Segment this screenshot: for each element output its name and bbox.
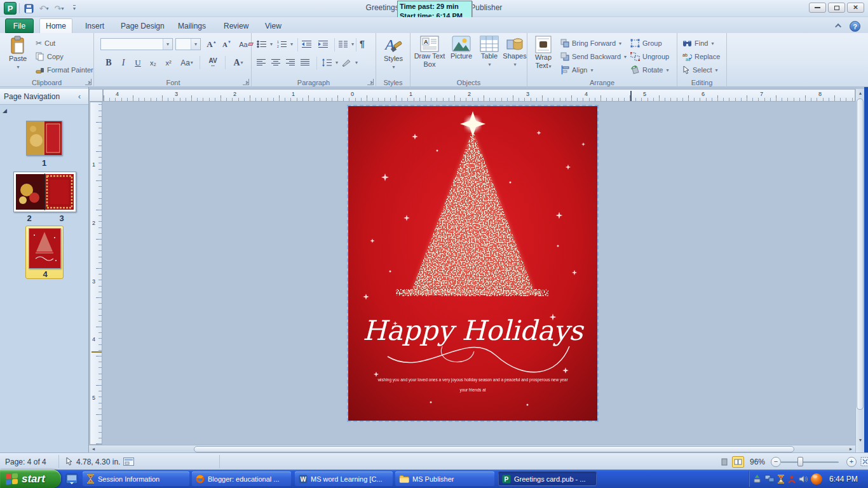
alert-agent-icon[interactable] bbox=[787, 475, 796, 484]
zoom-level[interactable]: 96% bbox=[750, 458, 765, 466]
replace-button[interactable]: abac Replace bbox=[682, 51, 720, 62]
vertical-scroll-thumb[interactable] bbox=[857, 98, 864, 410]
send-backward-button[interactable]: Send Backward▾ bbox=[560, 51, 627, 62]
tab-file[interactable]: File bbox=[5, 18, 34, 33]
group-button[interactable]: Group bbox=[630, 37, 662, 49]
restore-button[interactable] bbox=[828, 3, 845, 13]
tab-review[interactable]: Review bbox=[216, 18, 256, 33]
superscript-button[interactable]: x² bbox=[161, 56, 175, 69]
page-1-thumbnail[interactable] bbox=[26, 121, 62, 156]
shapes-button[interactable]: Shapes ▾ bbox=[503, 36, 526, 69]
network-icon[interactable] bbox=[764, 475, 775, 484]
paragraph-dialog-launcher-icon[interactable] bbox=[367, 79, 374, 85]
tray-hourglass-icon[interactable] bbox=[777, 475, 785, 484]
collapse-panel-icon[interactable]: ‹ bbox=[74, 92, 85, 102]
scroll-down-icon[interactable]: ▼ bbox=[856, 436, 865, 444]
line-spacing-button[interactable]: ▾ bbox=[322, 57, 338, 68]
horizontal-ruler[interactable]: 4 3 2 1 0 1 2 3 4 5 6 7 8 bbox=[103, 89, 855, 102]
show-formatting-button[interactable]: ¶ bbox=[360, 38, 365, 50]
safely-remove-icon[interactable] bbox=[752, 474, 762, 484]
page-4-thumbnail-selected[interactable]: 4 bbox=[25, 226, 64, 279]
find-button[interactable]: Find▾ bbox=[682, 37, 714, 49]
increase-indent-button[interactable] bbox=[318, 38, 329, 50]
single-page-view-button[interactable] bbox=[718, 456, 730, 468]
card-message-text[interactable]: wishing you and your loved ones a very j… bbox=[377, 377, 568, 383]
font-dialog-launcher-icon[interactable] bbox=[243, 79, 249, 85]
change-case-button[interactable]: Aa▾ bbox=[178, 56, 196, 69]
help-icon[interactable]: ? bbox=[850, 21, 860, 32]
character-spacing-button[interactable]: AV ↔ bbox=[203, 56, 222, 69]
paste-button[interactable]: Paste ▾ bbox=[4, 36, 32, 71]
align-right-button[interactable] bbox=[286, 57, 295, 68]
draw-text-box-button[interactable]: A Draw Text Box bbox=[413, 36, 446, 69]
table-button[interactable]: Table ▾ bbox=[477, 36, 502, 69]
start-button[interactable]: start bbox=[0, 470, 61, 488]
italic-button[interactable]: I bbox=[116, 56, 130, 69]
close-button[interactable]: ✕ bbox=[847, 3, 864, 13]
clipboard-dialog-launcher-icon[interactable] bbox=[85, 79, 92, 85]
rotate-button[interactable]: Rotate▾ bbox=[630, 64, 668, 76]
scroll-up-icon[interactable]: ▲ bbox=[856, 89, 865, 97]
format-painter-button[interactable]: Format Painter bbox=[36, 64, 93, 76]
horizontal-scroll-thumb[interactable] bbox=[194, 446, 794, 452]
font-color-button[interactable]: A▾ bbox=[230, 56, 247, 69]
scroll-left-icon[interactable]: ◄ bbox=[89, 445, 98, 453]
page-2-3-thumbnail[interactable] bbox=[13, 172, 76, 212]
collapse-ribbon-icon[interactable] bbox=[834, 21, 844, 30]
tab-home[interactable]: Home bbox=[39, 18, 72, 33]
picture-button[interactable]: Picture bbox=[447, 36, 475, 60]
underline-button[interactable]: U bbox=[131, 56, 145, 69]
volume-icon[interactable] bbox=[799, 475, 808, 484]
zoom-out-button[interactable]: − bbox=[771, 457, 781, 467]
font-size-dropdown-icon[interactable]: ▾ bbox=[191, 39, 200, 50]
font-size-combo[interactable]: ▾ bbox=[175, 38, 201, 50]
quick-launch-icon[interactable] bbox=[65, 472, 79, 485]
zoom-slider-track[interactable] bbox=[780, 461, 839, 463]
scroll-right-icon[interactable]: ► bbox=[846, 445, 855, 453]
decrease-indent-button[interactable] bbox=[301, 38, 312, 50]
two-page-spread-view-button[interactable] bbox=[732, 456, 744, 468]
vertical-ruler[interactable]: 1 2 3 4 5 bbox=[90, 102, 102, 445]
styles-button[interactable]: A Styles ▾ bbox=[379, 36, 407, 71]
taskbar-button-blogger[interactable]: Blogger: educational ... bbox=[192, 471, 291, 486]
taskbar-button-session[interactable]: Session Information bbox=[83, 471, 189, 486]
bring-forward-button[interactable]: Bring Forward▾ bbox=[560, 37, 621, 49]
align-left-button[interactable] bbox=[257, 57, 266, 68]
cut-button[interactable]: ✂ Cut bbox=[36, 37, 55, 49]
stroke-style-button[interactable]: ▾ bbox=[342, 57, 358, 68]
zoom-in-button[interactable]: + bbox=[846, 457, 857, 467]
bullets-button[interactable]: ▾ bbox=[257, 38, 273, 50]
wrap-text-button[interactable]: Wrap Text▾ bbox=[530, 36, 557, 71]
bold-button[interactable]: B bbox=[102, 56, 116, 69]
numbering-button[interactable]: 12▾ bbox=[277, 38, 293, 50]
save-icon[interactable] bbox=[22, 3, 35, 14]
table-dropdown-icon[interactable]: ▾ bbox=[488, 60, 491, 69]
taskbar-button-greetings-card[interactable]: P Greetings card.pub - ... bbox=[498, 471, 597, 486]
align-objects-button[interactable]: Align▾ bbox=[560, 64, 593, 76]
tab-mailings[interactable]: Mailings bbox=[170, 18, 214, 33]
zoom-slider-thumb[interactable] bbox=[797, 457, 803, 466]
page-4-thumbnail-image[interactable] bbox=[29, 228, 61, 269]
vertical-scrollbar[interactable]: ▲ ▼ bbox=[855, 89, 864, 452]
wrap-text-dropdown-icon[interactable]: ▾ bbox=[549, 64, 552, 69]
redo-dropdown-icon[interactable]: ▾ bbox=[61, 6, 64, 11]
justify-button[interactable] bbox=[301, 57, 310, 68]
shrink-font-button[interactable]: A▼ bbox=[220, 37, 234, 51]
undo-icon[interactable]: ↶▾ bbox=[37, 3, 50, 14]
shapes-dropdown-icon[interactable]: ▾ bbox=[513, 60, 516, 69]
publisher-app-icon[interactable]: P bbox=[4, 2, 17, 15]
undo-dropdown-icon[interactable]: ▾ bbox=[46, 6, 48, 11]
ungroup-button[interactable]: Ungroup bbox=[630, 51, 669, 62]
subscript-button[interactable]: x₂ bbox=[146, 56, 160, 69]
card-title-text[interactable]: Happy Holidays bbox=[363, 315, 584, 346]
tab-insert[interactable]: Insert bbox=[78, 18, 112, 33]
tab-page-design[interactable]: Page Design bbox=[113, 18, 172, 33]
horizontal-scrollbar[interactable]: ◄ ► bbox=[89, 445, 855, 452]
taskbar-button-word[interactable]: W MS word Learning [C... bbox=[295, 471, 393, 486]
tab-view[interactable]: View bbox=[257, 18, 289, 33]
copy-button[interactable]: Copy bbox=[36, 51, 64, 62]
messenger-ball-icon[interactable] bbox=[810, 473, 823, 485]
taskbar-button-publisher-folder[interactable]: MS Publisher bbox=[395, 471, 494, 486]
fit-page-icon[interactable] bbox=[860, 457, 868, 466]
select-button[interactable]: Select▾ bbox=[682, 64, 718, 76]
